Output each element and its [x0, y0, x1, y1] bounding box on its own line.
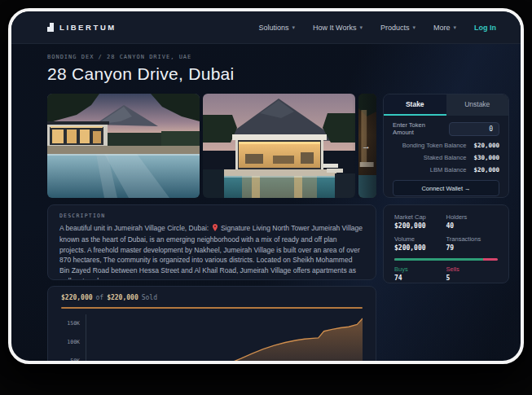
balance-value: $20,000: [473, 142, 499, 149]
left-column: → DESCRIPTION A beautiful unit in Jumeir…: [47, 94, 376, 364]
chart-plot-area: [86, 314, 363, 364]
transactions-stat: Transactions 79: [446, 235, 499, 252]
nav-links: Solutions ▾ How It Works ▾ Products ▾ Mo…: [259, 24, 496, 32]
stat-value: $200,000: [394, 244, 446, 252]
description-card: DESCRIPTION A beautiful unit in Jumeirah…: [47, 204, 376, 280]
chart-area: [86, 318, 363, 364]
balance-value: $30,000: [473, 154, 499, 161]
stat-value: 79: [446, 244, 499, 252]
stat-value: 40: [446, 222, 499, 230]
of-label: of: [96, 294, 104, 301]
market-cap-stat: Market Cap $200,000: [394, 213, 446, 230]
gallery-next-arrow-icon[interactable]: →: [362, 142, 371, 151]
balance-label: LBM Balance: [430, 166, 467, 173]
y-tick: 100K: [67, 339, 80, 345]
location-pin-icon: [213, 224, 218, 235]
sales-chart-card: $220,000 of $220,000 Sold 150K 100K 50K: [47, 286, 376, 364]
buys-bar-segment: [394, 258, 483, 261]
chart-plot: 150K 100K 50K: [61, 314, 363, 364]
chevron-down-icon: ▾: [359, 24, 363, 30]
nav-item-products[interactable]: Products ▾: [380, 24, 415, 32]
property-gallery: →: [47, 94, 376, 198]
tab-unstake[interactable]: Unstake: [446, 94, 509, 116]
description-text-part1: A beautiful unit in Jumeirah Village Cir…: [59, 224, 209, 232]
balance-label: Staked Balance: [424, 154, 467, 161]
right-column: Stake Unstake Enter Token Amount Bonding…: [383, 94, 509, 364]
stake-panel: Stake Unstake Enter Token Amount Bonding…: [383, 94, 509, 198]
sells-label: Sells: [446, 266, 499, 273]
y-tick: 150K: [67, 320, 80, 327]
description-heading: DESCRIPTION: [59, 213, 364, 219]
nav-item-label: Solutions: [259, 24, 289, 32]
top-nav: LIBERTUM Solutions ▾ How It Works ▾ Prod…: [11, 11, 521, 44]
y-tick: 50K: [70, 358, 80, 364]
chevron-down-icon: ▾: [412, 24, 415, 30]
token-amount-label: Enter Token Amount: [393, 121, 442, 136]
libertum-logo-icon: [47, 20, 55, 35]
token-amount-row: Enter Token Amount: [393, 121, 499, 136]
sales-area-chart: [86, 314, 363, 364]
nav-item-how-it-works[interactable]: How It Works ▾: [313, 24, 363, 32]
sold-suffix: Sold: [142, 294, 157, 301]
balance-label: Bonding Token Balance: [402, 142, 467, 149]
stats-grid: Market Cap $200,000 Holders 40 Volume $2…: [394, 213, 498, 252]
lbm-balance-row: LBM Balance $20,000: [393, 166, 499, 173]
page-title: 28 Canyon Drive, Dubai: [47, 64, 509, 84]
buys-label: Buys: [394, 266, 446, 273]
balance-rows: Bonding Token Balance $20,000 Staked Bal…: [393, 142, 499, 173]
buys-value: 74: [394, 274, 446, 282]
main-content: BONDING DEX / 28 CANYON DRIVE, UAE 28 Ca…: [11, 44, 521, 364]
chevron-down-icon: ▾: [453, 24, 456, 30]
buys-sells-grid: Buys 74 Sells 5: [394, 266, 498, 282]
stake-body: Enter Token Amount Bonding Token Balance…: [384, 116, 508, 198]
breadcrumb[interactable]: BONDING DEX / 28 CANYON DRIVE, UAE: [47, 54, 509, 60]
gallery-photo-pool-villa[interactable]: [47, 94, 200, 198]
token-amount-input[interactable]: [449, 122, 499, 136]
stat-label: Market Cap: [394, 213, 446, 221]
sells-value: 5: [446, 274, 499, 282]
nav-item-label: More: [433, 24, 451, 32]
volume-stat: Volume $200,000: [394, 235, 446, 252]
brand-logo[interactable]: LIBERTUM: [47, 20, 117, 35]
stat-label: Volume: [394, 235, 446, 243]
buys-stat: Buys 74: [394, 266, 446, 282]
nav-item-solutions[interactable]: Solutions ▾: [259, 24, 296, 32]
page-background: LIBERTUM Solutions ▾ How It Works ▾ Prod…: [0, 0, 532, 395]
total-amount: $220,000: [107, 294, 138, 301]
stat-label: Transactions: [446, 235, 499, 243]
holders-stat: Holders 40: [446, 213, 499, 230]
buy-sell-ratio-bar: [394, 258, 498, 261]
stat-label: Holders: [446, 213, 499, 221]
chart-header: $220,000 of $220,000 Sold: [61, 294, 363, 301]
market-stats-panel: Market Cap $200,000 Holders 40 Volume $2…: [383, 204, 509, 283]
stat-value: $200,000: [394, 222, 446, 230]
staked-balance-row: Staked Balance $30,000: [393, 154, 499, 161]
chevron-down-icon: ▾: [292, 24, 296, 30]
app-window: LIBERTUM Solutions ▾ How It Works ▾ Prod…: [8, 8, 524, 364]
sold-amount: $220,000: [61, 294, 93, 301]
sells-stat: Sells 5: [446, 266, 499, 282]
brand-name: LIBERTUM: [59, 23, 117, 32]
stake-tabs: Stake Unstake: [384, 94, 508, 116]
chart-y-axis: 150K 100K 50K: [61, 314, 86, 364]
nav-item-more[interactable]: More ▾: [433, 24, 456, 32]
description-text: A beautiful unit in Jumeirah Village Cir…: [59, 223, 364, 280]
sold-progress-bar: [61, 307, 363, 309]
gallery-photo-villa-night[interactable]: [203, 94, 355, 198]
connect-wallet-button[interactable]: Connect Wallet →: [393, 180, 499, 196]
login-button[interactable]: Log In: [474, 24, 496, 32]
nav-item-label: How It Works: [313, 24, 356, 32]
balance-value: $20,000: [473, 166, 499, 173]
nav-item-label: Products: [380, 24, 410, 32]
bonding-token-balance-row: Bonding Token Balance $20,000: [393, 142, 499, 149]
description-text-part2: Signature Living North Tower Jumeirah Vi…: [59, 224, 363, 280]
tab-stake[interactable]: Stake: [384, 94, 446, 116]
